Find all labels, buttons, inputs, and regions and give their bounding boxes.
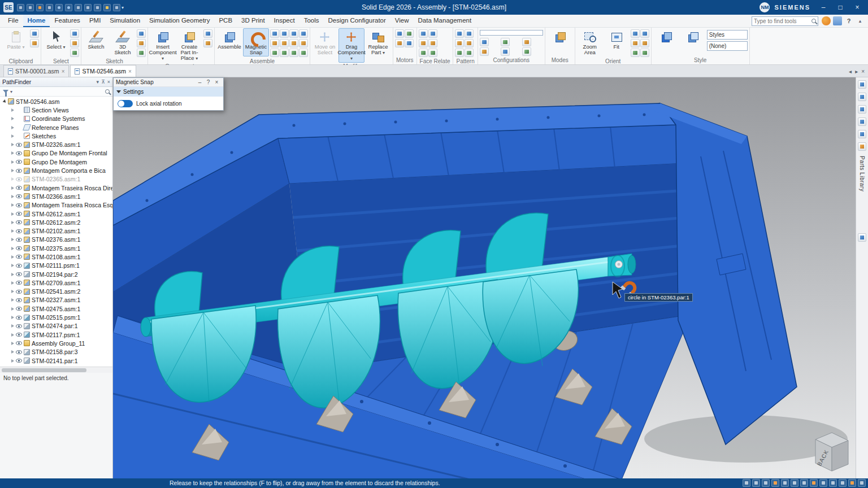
tree-item[interactable]: STM-02117.psm:1 bbox=[0, 330, 112, 339]
style-cube-button[interactable] bbox=[653, 28, 679, 45]
tree-item[interactable]: Grupo De Montagem bbox=[0, 158, 112, 166]
fit-view-icon[interactable] bbox=[781, 479, 789, 487]
zoom-area-icon[interactable] bbox=[762, 479, 770, 487]
visibility-eye-icon[interactable] bbox=[16, 255, 22, 259]
clone-icon[interactable] bbox=[455, 49, 464, 57]
live-rules-icon[interactable] bbox=[137, 49, 146, 57]
visibility-eye-icon[interactable] bbox=[16, 264, 22, 268]
expand-icon[interactable] bbox=[11, 350, 14, 354]
ribbon-tab[interactable]: File bbox=[3, 15, 23, 27]
visibility-eye-icon[interactable] bbox=[16, 203, 22, 207]
ribbon-tab[interactable]: Tools bbox=[300, 15, 324, 27]
paste-icon[interactable] bbox=[94, 4, 101, 11]
modes-button[interactable] bbox=[547, 28, 573, 45]
tree-item[interactable]: STM-02366.asm:1 bbox=[0, 192, 112, 201]
copy-icon[interactable] bbox=[84, 4, 92, 11]
expand-icon[interactable] bbox=[11, 108, 14, 112]
cam-icon[interactable] bbox=[289, 49, 298, 57]
tree-item[interactable]: STM-02365.asm:1 bbox=[0, 175, 112, 184]
face-connect-icon[interactable] bbox=[428, 39, 437, 47]
ribbon-tab[interactable]: 3D Print bbox=[237, 15, 270, 27]
magnetic-snap-window[interactable]: Magnetic Snap – ? × Settings Lock axial … bbox=[113, 77, 224, 111]
face-angle-icon[interactable] bbox=[428, 49, 437, 57]
ribbon-tab[interactable]: Inspect bbox=[270, 15, 300, 27]
linear-motor-icon[interactable] bbox=[395, 39, 404, 47]
mirror-icon[interactable] bbox=[455, 39, 464, 47]
expand-icon[interactable] bbox=[11, 298, 14, 302]
tree-item[interactable]: STM-02475.asm:1 bbox=[0, 304, 112, 313]
tree-item[interactable]: STM-02515.psm:1 bbox=[0, 313, 112, 321]
search-input[interactable] bbox=[754, 18, 811, 24]
motor-group-icon[interactable] bbox=[405, 29, 414, 38]
grid-icon[interactable] bbox=[137, 39, 146, 47]
expand-icon[interactable] bbox=[11, 307, 14, 311]
expand-icon[interactable] bbox=[11, 177, 14, 181]
axial-align-icon[interactable] bbox=[280, 29, 289, 38]
arrangement-icon[interactable] bbox=[522, 38, 531, 46]
help-icon[interactable]: ? bbox=[204, 79, 212, 85]
tree-item[interactable]: STM-02194.par:2 bbox=[0, 270, 112, 278]
expand-icon[interactable] bbox=[11, 281, 14, 285]
tree-item[interactable]: STM-02111.psm:1 bbox=[0, 262, 112, 270]
expand-icon[interactable] bbox=[11, 117, 14, 120]
assemble-button[interactable]: Assemble bbox=[216, 28, 242, 56]
visibility-eye-icon[interactable] bbox=[16, 333, 22, 337]
command-search[interactable] bbox=[752, 16, 818, 26]
planar-align-icon[interactable] bbox=[270, 49, 279, 57]
tree-item[interactable]: STM-02158.par:3 bbox=[0, 348, 112, 356]
tree-item[interactable]: Montagem Traseira Rosca Direita bbox=[0, 184, 112, 192]
3d-model-scene[interactable]: BACK bbox=[113, 77, 856, 478]
expand-icon[interactable] bbox=[11, 316, 14, 319]
expand-icon[interactable] bbox=[11, 221, 14, 224]
face-axial-icon[interactable] bbox=[419, 49, 428, 57]
exploded-view-icon[interactable] bbox=[501, 47, 510, 56]
tree-item[interactable]: STM-02709.asm:1 bbox=[0, 278, 112, 287]
move-on-select-button[interactable]: Move on Select bbox=[312, 28, 338, 63]
display-configurations-icon[interactable] bbox=[480, 38, 489, 46]
visibility-eye-icon[interactable] bbox=[16, 307, 22, 311]
assembly-pattern-icon[interactable] bbox=[465, 49, 474, 57]
ribbon-tab[interactable]: Design Configurator bbox=[324, 15, 390, 27]
cut-icon[interactable] bbox=[30, 29, 39, 38]
expand-icon[interactable] bbox=[11, 143, 14, 146]
face-insert-icon[interactable] bbox=[428, 29, 437, 38]
visibility-eye-icon[interactable] bbox=[16, 194, 22, 198]
ribbon-tab[interactable]: Simulation bbox=[105, 15, 145, 27]
ribbon-tab[interactable]: Data Management bbox=[414, 15, 476, 27]
rotation-motor-icon[interactable] bbox=[395, 29, 404, 38]
expand-icon[interactable] bbox=[11, 247, 14, 250]
styles-dropdown[interactable]: Styles bbox=[707, 30, 748, 40]
tree-item[interactable]: STM-02376.asm:1 bbox=[0, 236, 112, 244]
visibility-eye-icon[interactable] bbox=[16, 290, 22, 294]
paste-button[interactable]: Paste bbox=[3, 28, 29, 51]
tree-horizontal-scrollbar[interactable] bbox=[0, 367, 112, 373]
flash-fit-icon[interactable] bbox=[270, 29, 279, 38]
duplicate-component-icon[interactable] bbox=[203, 39, 212, 47]
view-styles-icon[interactable] bbox=[829, 479, 837, 487]
expand-icon[interactable] bbox=[11, 255, 14, 259]
macro-icon[interactable] bbox=[103, 4, 111, 11]
user-avatar[interactable]: NM bbox=[760, 2, 770, 12]
camera-icon[interactable] bbox=[640, 49, 649, 57]
tree-item[interactable]: Section Views bbox=[0, 106, 112, 114]
tree-item[interactable]: STM-02541.asm:2 bbox=[0, 287, 112, 296]
tab-scroll-left-icon[interactable]: ◂ bbox=[849, 68, 852, 75]
dock-menu-icon[interactable]: ▾ bbox=[97, 79, 99, 85]
favorites-icon[interactable] bbox=[858, 80, 866, 89]
display-options-icon[interactable] bbox=[858, 479, 866, 487]
visibility-eye-icon[interactable] bbox=[16, 272, 22, 276]
parts-library-icon[interactable] bbox=[858, 142, 866, 151]
fit-button[interactable]: Fit bbox=[604, 28, 630, 56]
select-options-icon[interactable] bbox=[70, 29, 79, 38]
tree-item[interactable]: Grupo De Montagem Frontal bbox=[0, 149, 112, 158]
fastener-system-icon[interactable] bbox=[203, 29, 212, 38]
parts-library-tab[interactable]: Parts Library bbox=[859, 156, 865, 191]
visibility-eye-icon[interactable] bbox=[16, 350, 22, 354]
filter-icon[interactable] bbox=[3, 90, 8, 93]
expand-icon[interactable] bbox=[11, 342, 14, 345]
expand-icon[interactable] bbox=[11, 195, 14, 198]
visibility-eye-icon[interactable] bbox=[16, 143, 22, 147]
expand-icon[interactable] bbox=[11, 324, 14, 328]
expand-icon[interactable] bbox=[11, 126, 14, 129]
sketch-plane-icon[interactable] bbox=[137, 29, 146, 38]
